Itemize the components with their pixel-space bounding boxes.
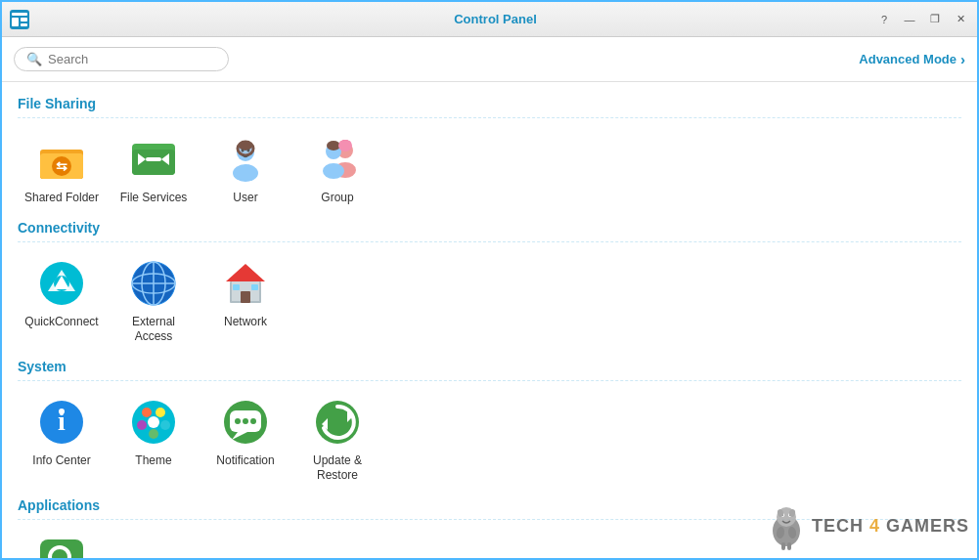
toolbar: 🔍 Advanced Mode › (2, 37, 977, 82)
app-icon (10, 10, 29, 29)
section-divider-system (18, 380, 961, 381)
shared-folder-label: Shared Folder (24, 191, 99, 206)
svg-rect-2 (12, 18, 19, 26)
chevron-right-icon: › (960, 51, 965, 67)
svg-point-56 (148, 416, 159, 428)
theme-item[interactable]: Theme (110, 389, 198, 490)
indexing-service-item[interactable]: Indexing Service (18, 528, 106, 560)
svg-point-52 (156, 408, 165, 417)
svg-rect-3 (21, 18, 27, 22)
group-icon (312, 134, 363, 185)
close-button[interactable]: ✕ (952, 11, 969, 28)
external-access-label: External Access (115, 315, 192, 345)
external-access-item[interactable]: External Access (110, 250, 198, 351)
svg-point-49 (59, 409, 65, 414)
svg-marker-41 (226, 264, 265, 281)
svg-rect-1 (12, 13, 27, 16)
svg-point-51 (142, 408, 152, 417)
watermark-text: TECH 4 GAMERS (812, 516, 969, 537)
svg-text:⇆: ⇆ (56, 158, 67, 174)
window-title: Control Panel (37, 12, 954, 26)
restore-button[interactable]: ❐ (926, 11, 944, 28)
watermark: TECH 4 GAMERS (767, 501, 969, 550)
file-sharing-grid: ⇆ Shared Folder File Services (18, 126, 961, 212)
network-label: Network (224, 315, 267, 330)
section-title-connectivity: Connectivity (18, 220, 961, 236)
svg-rect-79 (781, 542, 785, 550)
mascot-icon (767, 501, 806, 550)
file-services-label: File Services (120, 191, 188, 206)
shared-folder-icon: ⇆ (36, 134, 87, 185)
quickconnect-item[interactable]: QuickConnect (18, 250, 106, 351)
section-divider-connectivity (18, 241, 961, 242)
title-bar: Control Panel ? — ❐ ✕ (2, 2, 977, 37)
group-item[interactable]: Group (293, 126, 381, 212)
notification-item[interactable]: Notification (201, 389, 289, 490)
user-icon (220, 134, 271, 185)
group-label: Group (321, 191, 353, 206)
content-area: File Sharing ⇆ Shared Folder (2, 82, 977, 560)
svg-rect-15 (146, 157, 161, 161)
user-label: User (233, 191, 257, 206)
svg-point-22 (242, 150, 245, 152)
svg-rect-44 (241, 291, 250, 303)
theme-icon (128, 397, 179, 448)
notification-label: Notification (216, 453, 274, 469)
svg-point-55 (149, 429, 158, 439)
network-item[interactable]: Network (201, 250, 289, 351)
svg-point-30 (338, 140, 352, 151)
svg-rect-46 (251, 284, 258, 290)
advanced-mode-button[interactable]: Advanced Mode › (859, 51, 965, 67)
connectivity-grid: QuickConnect External Access (18, 250, 961, 351)
shared-folder-item[interactable]: ⇆ Shared Folder (18, 126, 106, 212)
update-restore-label: Update & Restore (299, 453, 376, 484)
indexing-service-icon (36, 536, 87, 560)
info-center-label: Info Center (32, 453, 90, 469)
quickconnect-label: QuickConnect (24, 315, 98, 330)
help-button[interactable]: ? (875, 11, 893, 28)
search-box[interactable]: 🔍 (14, 47, 229, 71)
svg-rect-80 (787, 542, 791, 550)
system-grid: i Info Center Theme (18, 389, 961, 490)
svg-rect-4 (21, 23, 27, 26)
update-restore-icon (312, 397, 363, 448)
svg-point-61 (250, 418, 256, 424)
notification-icon (220, 397, 271, 448)
file-services-item[interactable]: File Services (110, 126, 198, 212)
svg-point-23 (247, 150, 250, 152)
svg-rect-45 (233, 284, 240, 290)
svg-point-60 (243, 418, 248, 424)
info-center-icon: i (36, 397, 87, 448)
quickconnect-icon (36, 258, 87, 309)
minimize-button[interactable]: — (901, 11, 918, 28)
window-controls: ? — ❐ ✕ (875, 11, 969, 28)
section-title-system: System (18, 359, 961, 374)
theme-label: Theme (135, 453, 171, 469)
user-item[interactable]: User (201, 126, 289, 212)
file-services-icon (128, 134, 179, 185)
section-title-file-sharing: File Sharing (18, 96, 961, 111)
svg-point-28 (327, 141, 340, 151)
svg-point-21 (233, 164, 258, 182)
svg-rect-66 (40, 539, 83, 560)
external-access-icon (128, 258, 179, 309)
update-restore-item[interactable]: Update & Restore (293, 389, 381, 490)
svg-point-53 (137, 420, 147, 430)
info-center-item[interactable]: i Info Center (18, 389, 106, 490)
svg-point-27 (323, 163, 344, 179)
svg-point-59 (235, 418, 241, 424)
network-icon (220, 258, 271, 309)
section-divider (18, 117, 961, 118)
search-icon: 🔍 (26, 52, 42, 66)
svg-point-54 (160, 420, 170, 430)
search-input[interactable] (48, 52, 204, 66)
